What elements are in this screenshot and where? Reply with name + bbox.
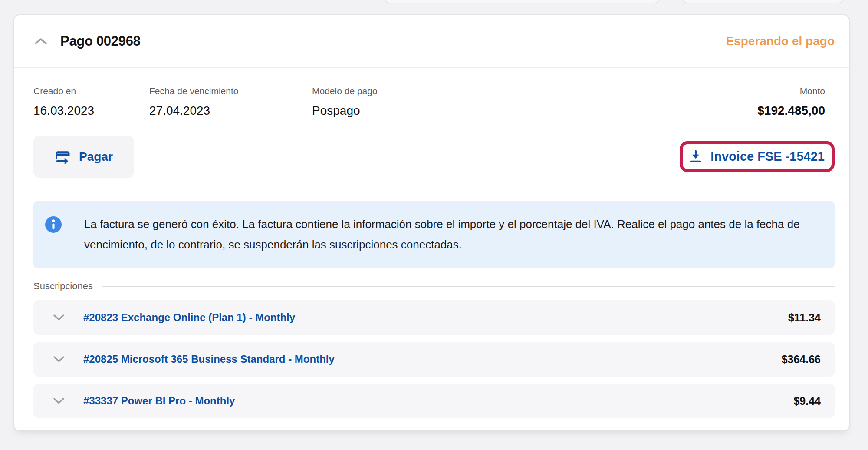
invoice-label: Invoice FSE -15421 — [710, 149, 825, 164]
subscriptions-list: #20823 Exchange Online (Plan 1) - Monthl… — [33, 300, 835, 418]
field-created: Creado en 16.03.2023 — [33, 86, 149, 118]
field-amount: Monto $192.485,00 — [757, 86, 835, 118]
previous-card-remnant — [682, 0, 844, 3]
field-label: Modelo de pago — [312, 86, 757, 97]
subscriptions-label: Suscripciones — [33, 281, 93, 292]
subscription-amount: $364.66 — [782, 353, 821, 366]
payment-title: Pago 002968 — [60, 33, 141, 49]
field-value: 27.04.2023 — [149, 103, 312, 118]
page-background: Pago 002968 Esperando el pago Creado en … — [0, 0, 868, 450]
payment-status-badge: Esperando el pago — [726, 34, 835, 48]
pay-button-label: Pagar — [79, 150, 113, 164]
subscriptions-section-header: Suscripciones — [14, 280, 849, 293]
subscription-amount: $11.34 — [788, 311, 821, 324]
subscription-row[interactable]: #33337 Power BI Pro - Monthly $9.44 — [33, 384, 835, 418]
field-label: Monto — [757, 86, 825, 97]
subscription-row[interactable]: #20823 Exchange Online (Plan 1) - Monthl… — [33, 300, 835, 335]
subscription-amount: $9.44 — [793, 395, 821, 407]
subscription-title[interactable]: #20825 Microsoft 365 Business Standard -… — [83, 353, 335, 365]
previous-card-remnant — [384, 0, 660, 3]
collapse-toggle-button[interactable] — [33, 34, 48, 49]
chevron-down-icon — [53, 314, 65, 321]
annotation-highlight-box: Invoice FSE -15421 — [680, 141, 835, 172]
subscription-row[interactable]: #20825 Microsoft 365 Business Standard -… — [33, 342, 835, 377]
payment-card-header: Pago 002968 Esperando el pago — [14, 15, 849, 68]
chevron-down-icon — [53, 397, 65, 404]
invoice-download-button[interactable]: Invoice FSE -15421 — [687, 146, 827, 167]
credit-card-icon — [55, 149, 71, 164]
info-banner-text: La factura se generó con éxito. La factu… — [84, 214, 804, 255]
payment-fields-row: Creado en 16.03.2023 Fecha de vencimient… — [14, 68, 849, 118]
pay-button[interactable]: Pagar — [33, 136, 134, 178]
field-due-date: Fecha de vencimiento 27.04.2023 — [149, 86, 312, 118]
info-icon — [45, 216, 62, 233]
field-value: 16.03.2023 — [33, 103, 149, 118]
chevron-down-icon — [53, 356, 65, 363]
actions-row: Pagar Invoice FSE -15421 — [14, 136, 849, 178]
field-value: Pospago — [312, 103, 757, 118]
subscription-title[interactable]: #33337 Power BI Pro - Monthly — [83, 395, 235, 407]
subscription-title[interactable]: #20823 Exchange Online (Plan 1) - Monthl… — [83, 311, 295, 324]
download-icon — [690, 150, 702, 163]
chevron-up-icon — [34, 37, 47, 45]
field-payment-model: Modelo de pago Pospago — [312, 86, 757, 118]
info-banner: La factura se generó con éxito. La factu… — [33, 201, 835, 268]
section-divider — [102, 286, 835, 287]
field-label: Creado en — [33, 86, 149, 97]
field-label: Fecha de vencimiento — [149, 86, 312, 97]
field-value: $192.485,00 — [757, 103, 825, 118]
payment-card: Pago 002968 Esperando el pago Creado en … — [13, 14, 850, 431]
